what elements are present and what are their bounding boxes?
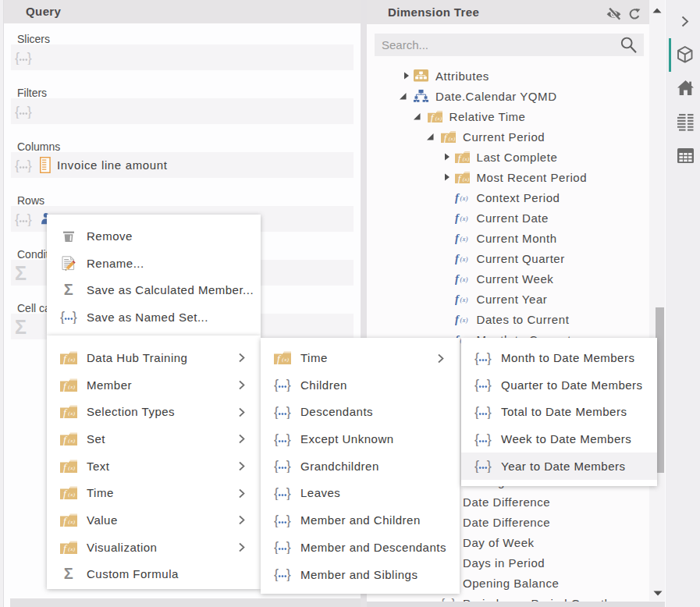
svg-text:}: }	[487, 405, 492, 419]
svg-text:(x): (x)	[68, 519, 75, 525]
svg-text:{: {	[60, 310, 66, 324]
svg-text:(x): (x)	[460, 195, 469, 202]
svg-text:(x): (x)	[460, 215, 469, 222]
svg-text:{: {	[474, 459, 480, 473]
svg-text:(x): (x)	[449, 136, 456, 142]
svg-text:(x): (x)	[460, 317, 469, 324]
svg-text:(x): (x)	[68, 438, 75, 444]
svg-text:{: {	[474, 432, 480, 446]
svg-text:{: {	[15, 105, 20, 119]
svg-text:}: }	[286, 432, 291, 446]
svg-text:{: {	[15, 51, 20, 65]
svg-text:}: }	[27, 158, 32, 172]
svg-text:}: }	[286, 540, 291, 554]
svg-text:(x): (x)	[68, 492, 75, 498]
svg-text:}: }	[27, 105, 32, 119]
svg-text:(x): (x)	[68, 384, 75, 390]
svg-text:(x): (x)	[462, 176, 469, 183]
svg-text:}: }	[286, 567, 291, 581]
svg-text:{: {	[474, 351, 480, 365]
svg-text:(x): (x)	[460, 296, 469, 304]
svg-text:}: }	[286, 459, 291, 473]
svg-text:(x): (x)	[282, 357, 289, 363]
svg-text:{: {	[15, 212, 20, 226]
svg-text:}: }	[27, 212, 32, 226]
svg-text:{: {	[274, 513, 279, 527]
svg-text:(x): (x)	[462, 156, 469, 162]
svg-text:{: {	[274, 405, 279, 419]
svg-text:{: {	[274, 459, 279, 473]
svg-text:}: }	[286, 378, 291, 392]
svg-text:}: }	[286, 405, 291, 419]
svg-text:{: {	[274, 567, 279, 581]
svg-text:{: {	[274, 540, 279, 554]
svg-text:(x): (x)	[68, 546, 75, 552]
svg-text:{: {	[274, 378, 279, 392]
svg-text:(x): (x)	[68, 410, 75, 417]
svg-text:(x): (x)	[68, 357, 75, 363]
svg-text:}: }	[286, 486, 291, 500]
svg-text:}: }	[286, 513, 291, 527]
svg-text:}: }	[487, 351, 492, 365]
svg-text:}: }	[487, 378, 492, 392]
svg-text:}: }	[73, 310, 77, 324]
svg-text:{: {	[474, 405, 480, 419]
svg-text:(x): (x)	[435, 115, 442, 122]
svg-text:{: {	[15, 158, 20, 172]
svg-text:}: }	[27, 51, 32, 65]
svg-text:{: {	[274, 432, 279, 446]
svg-text:(x): (x)	[460, 276, 469, 283]
svg-text:}: }	[487, 459, 492, 473]
svg-text:{: {	[274, 486, 279, 500]
svg-text:(x): (x)	[68, 465, 75, 471]
svg-text:}: }	[487, 432, 492, 446]
svg-text:(x): (x)	[460, 256, 469, 263]
svg-text:(x): (x)	[460, 236, 469, 243]
svg-text:{: {	[474, 378, 480, 392]
